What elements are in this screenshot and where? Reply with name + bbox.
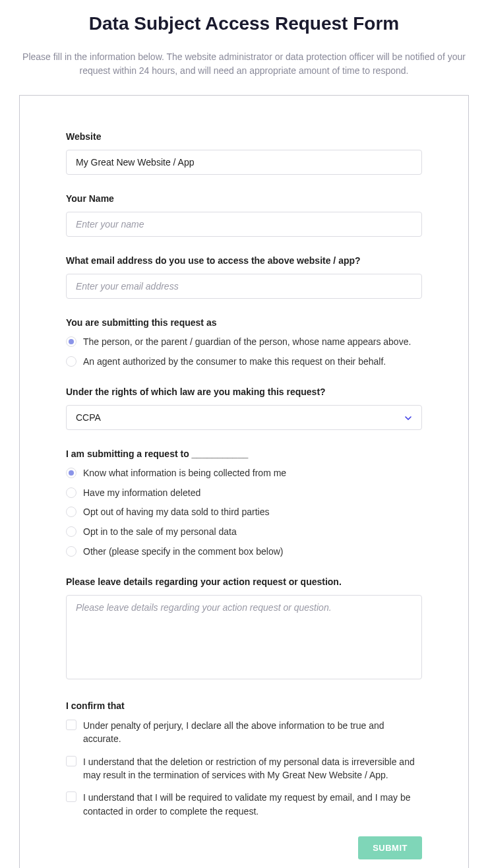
request-to-option-0[interactable]: Know what information is being collected… (66, 467, 422, 480)
request-to-field: I am submitting a request to ___________… (66, 449, 422, 558)
email-label: What email address do you use to access … (66, 255, 422, 266)
request-to-option-2[interactable]: Opt out of having my data sold to third … (66, 506, 422, 519)
confirm-field: I confirm that Under penalty of perjury,… (66, 700, 422, 818)
radio-icon[interactable] (66, 468, 76, 478)
radio-icon[interactable] (66, 507, 76, 517)
details-field: Please leave details regarding your acti… (66, 576, 422, 682)
radio-label: The person, or the parent / guardian of … (83, 336, 411, 349)
request-to-option-1[interactable]: Have my information deleted (66, 487, 422, 500)
confirm-item-2[interactable]: I understand that I will be required to … (66, 791, 422, 818)
submitting-as-option-1[interactable]: An agent authorized by the consumer to m… (66, 356, 422, 369)
request-to-option-4[interactable]: Other (please specify in the comment box… (66, 545, 422, 559)
submitting-as-option-0[interactable]: The person, or the parent / guardian of … (66, 336, 422, 349)
radio-label: Have my information deleted (83, 487, 200, 500)
confirm-item-0[interactable]: Under penalty of perjury, I declare all … (66, 719, 422, 746)
radio-label: An agent authorized by the consumer to m… (83, 356, 386, 369)
checkbox-icon[interactable] (66, 791, 76, 802)
page-title: Data Subject Access Request Form (0, 13, 488, 34)
checkbox-icon[interactable] (66, 756, 76, 766)
law-selected-value: CCPA (76, 412, 101, 423)
radio-label: Know what information is being collected… (83, 467, 286, 480)
checkbox-label: Under penalty of perjury, I declare all … (83, 719, 422, 746)
law-label: Under the rights of which law are you ma… (66, 387, 422, 397)
confirm-label: I confirm that (66, 700, 422, 711)
checkbox-label: I understand that the deletion or restri… (83, 755, 422, 782)
radio-label: Opt in to the sale of my personal data (83, 526, 237, 539)
chevron-down-icon (404, 414, 412, 421)
radio-icon[interactable] (66, 526, 76, 537)
form-container: Website Your Name What email address do … (19, 95, 469, 868)
law-select[interactable]: CCPA (66, 405, 422, 430)
submit-button[interactable]: SUBMIT (358, 836, 422, 859)
radio-icon[interactable] (66, 356, 76, 367)
name-field: Your Name (66, 193, 422, 237)
radio-label: Other (please specify in the comment box… (83, 545, 283, 559)
checkbox-label: I understand that I will be required to … (83, 791, 422, 818)
website-label: Website (66, 131, 422, 142)
request-to-label: I am submitting a request to ___________ (66, 449, 422, 459)
law-field: Under the rights of which law are you ma… (66, 387, 422, 430)
name-input[interactable] (66, 212, 422, 237)
submitting-as-label: You are submitting this request as (66, 317, 422, 328)
name-label: Your Name (66, 193, 422, 204)
confirm-item-1[interactable]: I understand that the deletion or restri… (66, 755, 422, 782)
details-textarea[interactable] (66, 595, 422, 679)
email-field: What email address do you use to access … (66, 255, 422, 299)
website-input[interactable] (66, 150, 422, 175)
request-to-option-3[interactable]: Opt in to the sale of my personal data (66, 526, 422, 539)
radio-icon[interactable] (66, 487, 76, 498)
checkbox-icon[interactable] (66, 720, 76, 730)
email-input[interactable] (66, 274, 422, 299)
radio-icon[interactable] (66, 546, 76, 557)
submitting-as-field: You are submitting this request as The p… (66, 317, 422, 368)
radio-label: Opt out of having my data sold to third … (83, 506, 270, 519)
page-subtitle: Please fill in the information below. Th… (0, 50, 488, 78)
radio-icon[interactable] (66, 336, 76, 347)
submit-row: SUBMIT (66, 836, 422, 859)
website-field: Website (66, 131, 422, 175)
details-label: Please leave details regarding your acti… (66, 576, 422, 587)
